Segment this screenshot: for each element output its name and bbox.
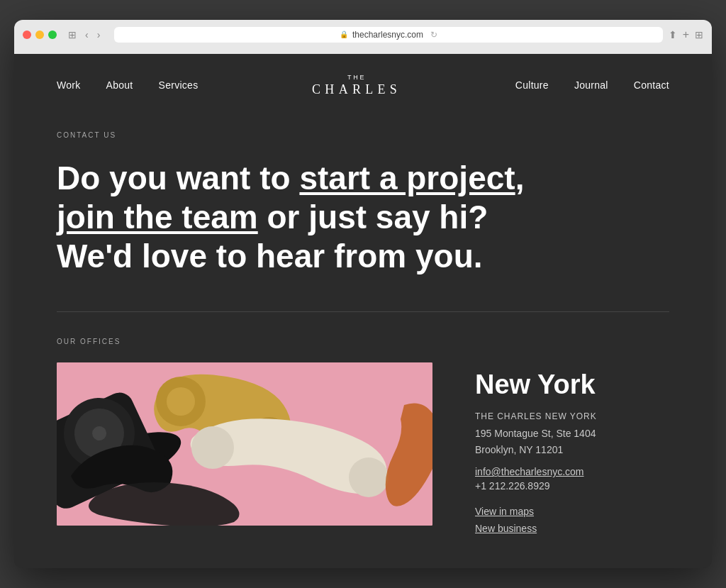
nav-work[interactable]: Work: [57, 79, 81, 91]
nav-journal[interactable]: Journal: [574, 79, 608, 91]
hero-line2: We'd love to hear from you.: [57, 238, 483, 274]
office-image: [57, 362, 432, 526]
browser-right-controls: ⬆ + ⊞: [669, 28, 703, 41]
tab-spacer: [23, 48, 703, 54]
navigation: Work About Services THE CHARLES Culture …: [14, 54, 712, 117]
nav-about[interactable]: About: [106, 79, 133, 91]
maximize-button[interactable]: [48, 30, 57, 39]
nav-contact[interactable]: Contact: [634, 79, 669, 91]
nav-right: Culture Journal Contact: [515, 79, 669, 91]
office-address: 195 Montague St, Ste 1404 Brooklyn, NY 1…: [475, 426, 669, 457]
minimize-button[interactable]: [35, 30, 44, 39]
view-in-maps-link[interactable]: View in maps: [475, 506, 669, 517]
join-team-link[interactable]: join the team: [57, 199, 258, 235]
url-text: thecharlesnyc.com: [352, 30, 423, 40]
hero-text-part3: or just say hi?: [258, 199, 488, 235]
section-divider: [57, 311, 669, 312]
address-line2: Brooklyn, NY 11201: [475, 444, 563, 455]
office-info: New York THE CHARLES NEW YORK 195 Montag…: [475, 362, 669, 540]
share-icon[interactable]: ⬆: [669, 29, 677, 40]
security-icon: 🔒: [340, 30, 348, 38]
browser-window: ⊞ ‹ › 🔒 thecharlesnyc.com ↻ ⬆ + ⊞: [14, 20, 712, 568]
close-button[interactable]: [23, 30, 31, 39]
office-city: New York: [475, 370, 669, 400]
back-button[interactable]: ‹: [82, 28, 91, 42]
logo-the: THE: [347, 74, 366, 81]
contact-label: CONTACT US: [57, 131, 669, 139]
addressbar-container: 🔒 thecharlesnyc.com ↻ ⬆ + ⊞: [114, 27, 703, 43]
browser-controls: ⊞ ‹ ›: [68, 28, 103, 42]
address-bar[interactable]: 🔒 thecharlesnyc.com ↻: [114, 27, 662, 43]
logo-charles: CHARLES: [312, 82, 401, 97]
nav-culture[interactable]: Culture: [515, 79, 549, 91]
office-email[interactable]: info@thecharlesnyc.com: [475, 466, 669, 477]
new-business-link[interactable]: New business: [475, 523, 669, 534]
office-phone: +1 212.226.8929: [475, 480, 669, 492]
browser-titlebar: ⊞ ‹ › 🔒 thecharlesnyc.com ↻ ⬆ + ⊞: [23, 27, 703, 43]
forward-button[interactable]: ›: [94, 28, 104, 42]
main-content: CONTACT US Do you want to start a projec…: [14, 117, 712, 568]
phone-scene: [57, 362, 432, 526]
website-content: Work About Services THE CHARLES Culture …: [14, 54, 712, 568]
reload-icon[interactable]: ↻: [430, 30, 437, 40]
browser-chrome: ⊞ ‹ › 🔒 thecharlesnyc.com ↻ ⬆ + ⊞: [14, 20, 712, 54]
traffic-lights: [23, 30, 57, 39]
nav-left: Work About Services: [57, 79, 198, 91]
new-tab-icon[interactable]: +: [683, 28, 689, 41]
svg-point-10: [349, 457, 389, 497]
offices-section: New York THE CHARLES NEW YORK 195 Montag…: [57, 362, 669, 540]
svg-point-7: [167, 387, 195, 416]
office-name: THE CHARLES NEW YORK: [475, 411, 669, 421]
sidebar-toggle-icon[interactable]: ⊞: [68, 29, 77, 40]
svg-point-9: [191, 426, 234, 469]
phone-illustration: [57, 362, 432, 526]
tabs-icon[interactable]: ⊞: [695, 29, 703, 40]
nav-services[interactable]: Services: [159, 79, 199, 91]
hero-text-part1: Do you want to: [57, 160, 299, 196]
site-logo[interactable]: THE CHARLES: [312, 74, 401, 97]
offices-label: OUR OFFICES: [57, 338, 669, 345]
hero-heading: Do you want to start a project, join the…: [57, 159, 553, 277]
address-line1: 195 Montague St, Ste 1404: [475, 428, 596, 439]
hero-comma: ,: [515, 160, 525, 196]
start-project-link[interactable]: start a project: [299, 160, 515, 196]
